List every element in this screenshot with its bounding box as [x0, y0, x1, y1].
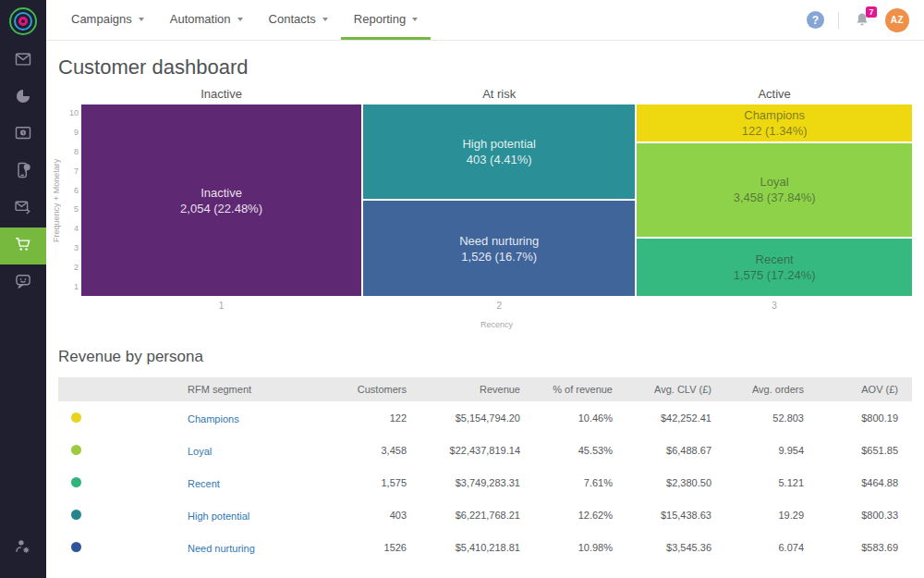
- segment-loyal[interactable]: Loyal3,458 (37.84%): [637, 143, 912, 238]
- segment-recent[interactable]: Recent1,575 (17.24%): [637, 239, 912, 296]
- segment-inactive[interactable]: Inactive2,054 (22.48%): [81, 105, 361, 296]
- sidebar-item-account[interactable]: [0, 530, 46, 567]
- phone-chat-icon: [14, 161, 32, 183]
- x-tick: 1: [81, 301, 361, 311]
- nav-item-campaigns[interactable]: Campaigns: [58, 0, 157, 40]
- y-tick: 8: [64, 147, 79, 157]
- cell-aov: $800.33: [809, 510, 904, 521]
- revenue-by-persona-table: RFM segmentCustomersRevenue% of revenueA…: [58, 377, 912, 563]
- notifications-button[interactable]: 7: [853, 11, 871, 30]
- nav-item-contacts[interactable]: Contacts: [256, 0, 341, 40]
- cell-pct-of-revenue: 10.98%: [526, 542, 618, 553]
- segment-label: Champions: [744, 107, 805, 123]
- segment-color-dot: [71, 477, 81, 487]
- sidebar-item-automation[interactable]: [0, 117, 46, 154]
- sidebar-items: [0, 43, 46, 301]
- cell-customers: 1526: [328, 542, 412, 553]
- chevron-down-icon: [412, 18, 418, 21]
- help-button[interactable]: ?: [807, 11, 824, 29]
- y-tick: 2: [64, 263, 79, 273]
- y-tick: 7: [64, 166, 79, 177]
- segment-color-dot: [71, 445, 81, 455]
- x-tick: 2: [363, 301, 635, 311]
- table-header-avg-clv-: Avg. CLV (£): [618, 384, 717, 395]
- table-header--of-revenue: % of revenue: [526, 384, 618, 395]
- segment-link[interactable]: Champions: [188, 413, 239, 424]
- segment-name-cell: Recent: [188, 474, 328, 491]
- sidebar-item-conversations[interactable]: [0, 264, 46, 301]
- mosaic-column-inactive: Inactive2,054 (22.48%): [81, 105, 361, 296]
- segment-link[interactable]: Recent: [188, 478, 220, 489]
- cell-customers: 403: [328, 510, 412, 521]
- table-body: Champions122$5,154,794.2010.46%$42,252.4…: [58, 401, 912, 563]
- notification-badge: 7: [866, 6, 877, 18]
- avatar[interactable]: AZ: [885, 8, 909, 32]
- table-row-recent: Recent1,575$3,749,283.317.61%$2,380.505.…: [58, 466, 912, 498]
- segment-color-cell: [58, 442, 188, 459]
- segment-high-potential[interactable]: High potential403 (4.41%): [363, 105, 635, 199]
- screen-clock-icon: [14, 124, 32, 146]
- cell-avg-clv: $6,488.67: [618, 445, 717, 456]
- table-header-rfm-segment: RFM segment: [188, 384, 328, 395]
- mosaic-column-at-risk: High potential403 (4.41%)Need nurturing1…: [363, 105, 635, 296]
- sidebar-item-reports[interactable]: [0, 80, 46, 117]
- table-header-avg-orders: Avg. orders: [717, 384, 809, 395]
- segment-name-cell: High potential: [188, 507, 328, 523]
- app-logo[interactable]: [0, 0, 46, 43]
- segment-label: High potential: [462, 136, 536, 152]
- segment-color-dot: [71, 510, 81, 520]
- sidebar-item-email[interactable]: [0, 43, 46, 80]
- cell-revenue: $6,221,768.21: [412, 510, 526, 521]
- segment-link[interactable]: Loyal: [188, 446, 212, 457]
- sidebar: [0, 0, 46, 578]
- rfm-mosaic-chart: InactiveAt riskActive Frequency + Moneta…: [58, 87, 912, 335]
- user-gear-icon: [14, 537, 32, 560]
- sidebar-item-ecommerce[interactable]: [0, 228, 46, 264]
- chart-column-header-active: Active: [637, 87, 912, 101]
- cell-pct-of-revenue: 7.61%: [526, 477, 618, 488]
- table-row-champions: Champions122$5,154,794.2010.46%$42,252.4…: [58, 401, 912, 434]
- segment-color-cell: [58, 410, 188, 426]
- table-header-customers: Customers: [328, 384, 412, 395]
- cart-icon: [14, 235, 32, 257]
- segment-color-cell: [58, 474, 188, 491]
- nav-item-reporting[interactable]: Reporting: [341, 0, 431, 40]
- x-axis-ticks: 123: [81, 301, 912, 311]
- segment-color-dot: [71, 542, 81, 552]
- segment-label: Inactive: [201, 185, 242, 201]
- question-mark-icon: ?: [812, 14, 819, 27]
- mail-code-icon: [14, 198, 32, 220]
- table-header-aov-: AOV (£): [809, 384, 904, 395]
- segment-label: Loyal: [760, 174, 789, 190]
- cell-avg-clv: $2,380.50: [618, 477, 717, 488]
- nav-item-label: Automation: [170, 12, 231, 26]
- y-tick: 6: [64, 186, 79, 196]
- cell-revenue: $5,154,794.20: [412, 412, 526, 424]
- segment-name-cell: Champions: [188, 410, 328, 426]
- sidebar-item-sms[interactable]: [0, 154, 46, 191]
- y-axis-label: Frequency + Monetary: [51, 105, 62, 296]
- pie-chart-icon: [14, 87, 32, 109]
- cell-revenue: $5,410,218.81: [412, 542, 526, 553]
- segment-value: 1,575 (17.24%): [734, 267, 816, 283]
- segment-need-nurturing[interactable]: Need nurturing1,526 (16.7%): [363, 201, 635, 296]
- sidebar-item-transactional[interactable]: [0, 191, 46, 228]
- cell-aov: $583.69: [809, 542, 904, 553]
- cell-aov: $800.19: [809, 412, 904, 424]
- segment-link[interactable]: Need nurturing: [188, 543, 255, 554]
- chevron-down-icon: [139, 18, 144, 21]
- nav-item-automation[interactable]: Automation: [157, 0, 256, 40]
- y-tick: 5: [64, 204, 79, 215]
- cell-avg-orders: 9.954: [717, 445, 809, 456]
- segment-color-cell: [58, 539, 188, 556]
- segment-link[interactable]: High potential: [188, 510, 249, 522]
- cell-avg-orders: 19.29: [717, 510, 809, 521]
- y-tick: 9: [64, 128, 79, 138]
- segment-champions[interactable]: Champions122 (1.34%): [637, 105, 912, 141]
- table-row-loyal: Loyal3,458$22,437,819.1445.53%$6,488.679…: [58, 434, 912, 466]
- cell-avg-orders: 5.121: [717, 477, 809, 488]
- chat-icon: [14, 272, 32, 294]
- primary-nav: CampaignsAutomationContactsReporting: [58, 0, 431, 40]
- cell-customers: 1,575: [328, 477, 412, 488]
- topbar-divider: [838, 12, 839, 29]
